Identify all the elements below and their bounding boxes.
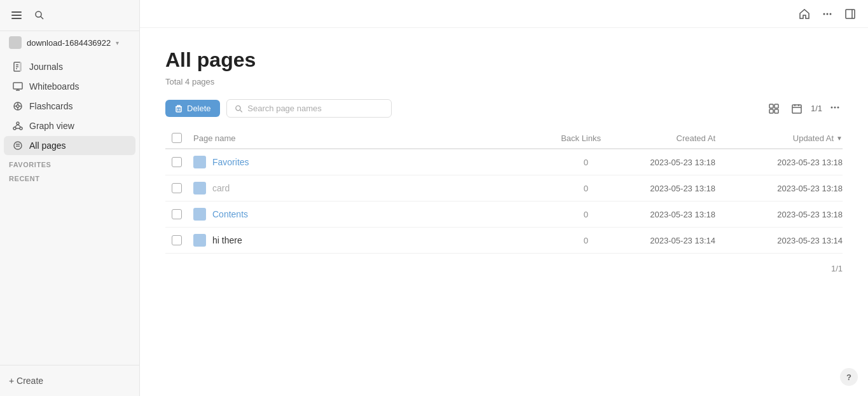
row-select-checkbox[interactable] — [172, 183, 182, 193]
home-icon[interactable] — [797, 6, 812, 22]
table-row[interactable]: Favorites 0 2023-05-23 13:18 2023-05-23 … — [165, 149, 843, 175]
row-created: 2023-05-23 13:18 — [601, 158, 715, 167]
row-name-text[interactable]: Favorites — [212, 157, 249, 167]
col-header-created: Created At — [601, 133, 715, 143]
row-name-cell: Favorites — [188, 156, 518, 168]
svg-rect-41 — [775, 109, 778, 113]
row-select-checkbox[interactable] — [172, 209, 182, 219]
svg-point-3 — [36, 11, 41, 17]
search-icon[interactable] — [32, 8, 47, 23]
svg-line-37 — [240, 110, 242, 112]
table-row[interactable]: Contents 0 2023-05-23 13:18 2023-05-23 1… — [165, 201, 843, 228]
sidebar-item-whiteboards[interactable]: Whiteboards — [4, 77, 135, 96]
sidebar-item-all-pages[interactable]: All pages — [4, 136, 135, 155]
panel-icon[interactable] — [843, 6, 858, 22]
row-checkbox[interactable] — [165, 183, 188, 193]
sidebar-item-label: Journals — [29, 62, 63, 72]
svg-point-19 — [17, 122, 19, 125]
more-icon[interactable] — [820, 6, 835, 22]
sidebar-item-journals[interactable]: Journals — [4, 57, 135, 76]
row-updated: 2023-05-23 13:18 — [715, 184, 843, 193]
delete-button[interactable]: Delete — [165, 100, 220, 117]
sidebar-item-label: Whiteboards — [29, 81, 79, 92]
sidebar-item-graph-view[interactable]: Graph view — [4, 116, 135, 135]
sidebar-item-label: All pages — [29, 140, 66, 151]
svg-rect-10 — [13, 83, 22, 89]
create-button[interactable]: + Create — [9, 373, 130, 388]
row-checkbox[interactable] — [165, 157, 188, 167]
svg-rect-33 — [176, 107, 181, 112]
create-label: + Create — [9, 376, 43, 386]
grid-view-icon[interactable] — [765, 100, 783, 118]
toolbar-right: 1/1 — [765, 100, 843, 118]
sidebar-footer: + Create — [0, 365, 139, 396]
row-created: 2023-05-23 13:18 — [601, 210, 715, 219]
main-content: All pages Total 4 pages Delete — [140, 0, 868, 396]
sidebar-item-flashcards[interactable]: Flashcards — [4, 97, 135, 116]
row-select-checkbox[interactable] — [172, 235, 182, 245]
svg-point-30 — [830, 13, 832, 15]
hamburger-icon[interactable] — [9, 8, 24, 23]
svg-rect-9 — [20, 62, 22, 71]
svg-point-20 — [13, 127, 16, 130]
calendar-view-icon[interactable] — [788, 100, 806, 118]
search-box-icon — [235, 104, 243, 113]
search-input[interactable] — [247, 104, 383, 113]
svg-rect-38 — [769, 104, 773, 108]
svg-point-29 — [827, 13, 829, 15]
row-name-text[interactable]: card — [212, 183, 230, 193]
favorites-section-label: FAVORITES — [0, 156, 139, 170]
row-updated: 2023-05-23 13:14 — [715, 236, 843, 245]
svg-rect-40 — [769, 109, 773, 113]
page-content: All pages Total 4 pages Delete — [140, 28, 868, 396]
row-checkbox[interactable] — [165, 235, 188, 245]
select-all-checkbox[interactable] — [172, 133, 182, 143]
page-indicator: 1/1 — [811, 104, 822, 113]
workspace-chevron: ▾ — [116, 39, 119, 46]
table-row[interactable]: card 0 2023-05-23 13:18 2023-05-23 13:18 — [165, 175, 843, 201]
table-row[interactable]: hi there 0 2023-05-23 13:14 2023-05-23 1… — [165, 228, 843, 254]
row-created: 2023-05-23 13:14 — [601, 236, 715, 245]
col-header-name: Page name — [188, 133, 518, 143]
page-icon — [193, 208, 206, 221]
row-select-checkbox[interactable] — [172, 157, 182, 167]
total-count: Total 4 pages — [165, 77, 843, 86]
col-header-updated[interactable]: Updated At ▼ — [715, 133, 843, 143]
flashcards-icon — [13, 101, 23, 111]
svg-point-47 — [834, 107, 836, 109]
search-box — [226, 99, 392, 118]
svg-point-48 — [837, 107, 839, 109]
svg-line-22 — [15, 125, 18, 127]
col-header-backlinks: Back Links — [518, 133, 601, 143]
sidebar: download-1684436922 ▾ Journals — [0, 0, 140, 396]
toolbar-more-icon[interactable] — [827, 100, 843, 117]
svg-rect-39 — [775, 104, 778, 108]
svg-rect-2 — [11, 18, 22, 19]
row-name-text[interactable]: Contents — [212, 209, 248, 219]
svg-line-4 — [41, 17, 43, 19]
pages-table: Page name Back Links Created At Updated … — [165, 128, 843, 254]
header-checkbox[interactable] — [165, 133, 188, 143]
svg-point-36 — [235, 106, 240, 110]
sort-arrow-icon: ▼ — [836, 135, 843, 142]
whiteboards-icon — [13, 81, 23, 92]
svg-point-28 — [823, 13, 825, 15]
pagination-bottom: 1/1 — [165, 264, 843, 273]
toolbar: Delete — [165, 99, 843, 118]
svg-point-25 — [14, 142, 22, 149]
graph-icon — [13, 121, 23, 131]
journals-icon — [13, 62, 23, 72]
row-checkbox[interactable] — [165, 209, 188, 219]
workspace-selector[interactable]: download-1684436922 ▾ — [0, 31, 139, 54]
row-name-text[interactable]: hi there — [212, 235, 242, 245]
updated-label: Updated At — [793, 133, 834, 143]
delete-label: Delete — [187, 104, 211, 113]
table-header: Page name Back Links Created At Updated … — [165, 128, 843, 149]
svg-rect-31 — [846, 10, 855, 18]
topbar-right — [797, 6, 858, 22]
svg-rect-42 — [792, 105, 801, 113]
topbar — [140, 0, 868, 28]
help-button[interactable]: ? — [840, 368, 858, 386]
workspace-label: download-1684436922 — [27, 38, 111, 48]
row-updated: 2023-05-23 13:18 — [715, 210, 843, 219]
